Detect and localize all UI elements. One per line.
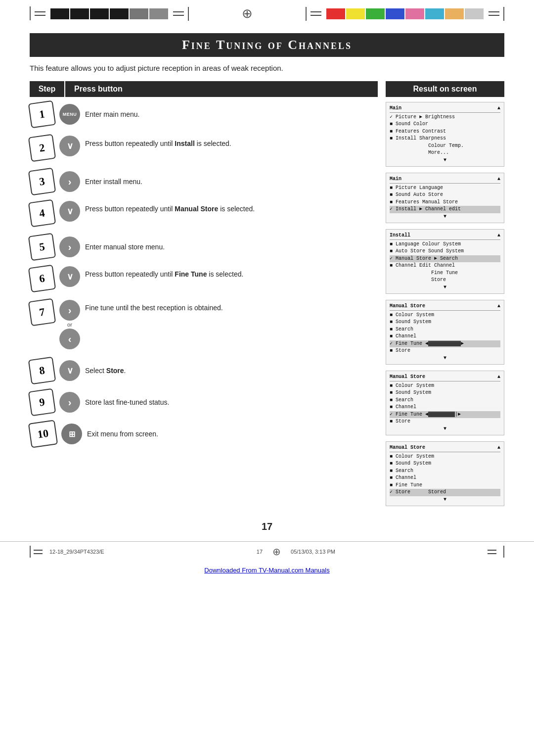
screen-result-1: Main▲ ✓ Picture ► Brightness ■ Sound Col…: [386, 102, 504, 167]
step-number-4: 4: [28, 199, 56, 227]
step-row-4: 4 ∨ Press button repeatedly until Manual…: [30, 201, 378, 226]
step-number-8: 8: [28, 357, 56, 384]
red-block: [326, 8, 345, 19]
orange-block: [445, 8, 464, 19]
left-arrow-button-7[interactable]: ‹: [59, 329, 80, 349]
screen-result-7: Manual Store▲ ■ Colour System ■ Sound Sy…: [386, 371, 504, 435]
black-block-3: [90, 8, 109, 19]
page-title-section: Fine Tuning of Channels: [30, 33, 504, 57]
step-5-text: Enter manual store menu.: [85, 242, 165, 252]
screen-result-56: Manual Store▲ ■ Colour System ■ Sound Sy…: [386, 300, 504, 365]
right-arrow-button-3[interactable]: ›: [59, 171, 80, 192]
step-row-7: 7 › or ‹ Fine tune until the best recept…: [30, 300, 378, 349]
step-number-3: 3: [28, 168, 56, 195]
or-label: or: [67, 322, 72, 328]
step-2-text: Press button repeatedly until Install is…: [85, 136, 231, 149]
step-number-6: 6: [28, 265, 56, 292]
step-number-5: 5: [28, 233, 56, 261]
step-row-6: 6 ∨ Press button repeatedly until Fine T…: [30, 266, 378, 291]
gray-block-1: [130, 8, 148, 19]
page-title: Fine Tuning of Channels: [30, 38, 504, 52]
step-4-text: Press button repeatedly until Manual Sto…: [85, 201, 255, 214]
down-arrow-button-2[interactable]: ∨: [59, 136, 80, 156]
step-number-9: 9: [28, 388, 56, 416]
step-row-9: 9 › Store last fine-tuned status.: [30, 390, 378, 415]
step-3-text: Enter install menu.: [85, 177, 142, 187]
step-number-10: 10: [28, 420, 58, 448]
blue-block: [386, 8, 404, 19]
exit-button[interactable]: ⊞: [61, 424, 82, 444]
step-6-text: Press button repeatedly until Fine Tune …: [85, 266, 243, 280]
page-number: 17: [0, 521, 534, 532]
screen-result-34: Install▲ ■ Language Colour System ■ Auto…: [386, 229, 504, 294]
step-row-2: 2 ∨ Press button repeatedly until Instal…: [30, 136, 378, 160]
cyan-block: [425, 8, 444, 19]
step-number-7: 7: [28, 298, 56, 326]
gray-block-2: [149, 8, 168, 19]
step-number-1: 1: [28, 100, 56, 128]
pink-block: [405, 8, 424, 19]
step-header: Step: [30, 81, 64, 97]
down-arrow-button-8[interactable]: ∨: [59, 360, 80, 381]
result-header: Result on screen: [386, 81, 504, 97]
black-block-4: [110, 8, 129, 19]
step-10-text: Exit menu from screen.: [87, 429, 158, 439]
step-8-text: Select Store.: [85, 366, 126, 376]
step-9-text: Store last fine-tuned status.: [85, 397, 169, 408]
silver-block: [465, 8, 484, 19]
press-header: Press button: [65, 81, 378, 97]
subtitle: This feature allows you to adjust pictur…: [30, 64, 504, 72]
green-block: [366, 8, 385, 19]
screen-result-2: Main▲ ■ Picture Language ■ Sound Auto St…: [386, 173, 504, 223]
right-arrow-button-5[interactable]: ›: [59, 236, 80, 257]
step-row-3: 3 › Enter install menu.: [30, 169, 378, 194]
screen-result-89: Manual Store▲ ■ Colour System ■ Sound Sy…: [386, 441, 504, 506]
step-row-10: 10 ⊞ Exit menu from screen.: [30, 422, 378, 446]
menu-button[interactable]: MENU: [59, 104, 80, 125]
footer-right: 05/13/03, 3:13 PM: [291, 549, 335, 555]
download-link[interactable]: Downloaded From TV-Manual.com Manuals: [204, 567, 329, 574]
step-row-1: 1 MENU Enter main menu.: [30, 102, 378, 127]
top-crosshair: ⊕: [242, 6, 253, 21]
down-arrow-button-4[interactable]: ∨: [59, 201, 80, 222]
down-arrow-button-6[interactable]: ∨: [59, 266, 80, 287]
black-block-2: [70, 8, 89, 19]
right-arrow-button-9[interactable]: ›: [59, 392, 80, 413]
step-number-2: 2: [28, 134, 56, 162]
bottom-crosshair: ⊕: [272, 546, 281, 558]
step-row-5: 5 › Enter manual store menu.: [30, 235, 378, 259]
step-1-text: Enter main menu.: [85, 109, 140, 120]
black-block-1: [50, 8, 69, 19]
yellow-block: [346, 8, 365, 19]
right-arrow-button-7[interactable]: ›: [59, 300, 80, 321]
footer-left: 12-18_29/34PT4323/E: [49, 549, 104, 555]
step-row-8: 8 ∨ Select Store.: [30, 358, 378, 383]
footer-center: 17: [257, 549, 263, 555]
step-7-text: Fine tune until the best reception is ob…: [85, 300, 223, 313]
